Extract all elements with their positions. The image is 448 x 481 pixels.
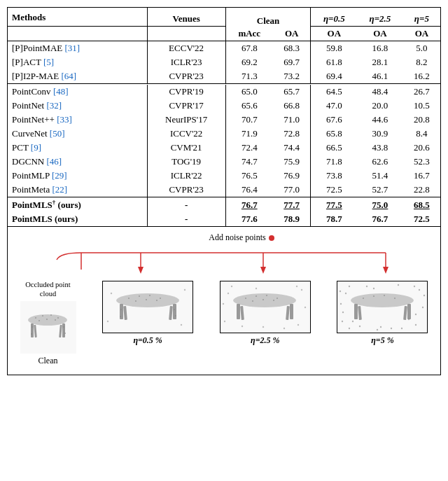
svg-point-24 xyxy=(128,298,130,299)
oa-cell: 72.8 xyxy=(273,127,311,141)
oa-cell: 68.3 xyxy=(273,41,311,56)
svg-point-30 xyxy=(156,300,158,301)
macc-cell: 77.6 xyxy=(225,212,273,226)
eta25-cell: 62.6 xyxy=(357,155,403,169)
venue-cell: ECCV'22 xyxy=(147,41,225,56)
svg-point-15 xyxy=(31,326,33,328)
svg-marker-2 xyxy=(383,267,388,274)
eta25-cell: 44.6 xyxy=(357,113,403,127)
venue-cell: TOG'19 xyxy=(147,155,225,169)
svg-point-54 xyxy=(301,289,302,291)
svg-point-32 xyxy=(174,309,175,310)
svg-point-93 xyxy=(415,314,416,315)
eta05-header: η=0.5 xyxy=(311,8,357,27)
svg-point-48 xyxy=(252,300,253,302)
svg-point-50 xyxy=(273,300,274,301)
svg-point-57 xyxy=(223,303,224,305)
table-subheader-row: mAcc OA OA OA OA xyxy=(8,27,440,41)
svg-rect-66 xyxy=(358,306,362,320)
macc-cell: 65.6 xyxy=(225,99,273,113)
eta05-svg xyxy=(104,283,192,332)
eta05-cell: 65.8 xyxy=(311,127,357,141)
oa25-subheader: OA xyxy=(357,27,403,41)
methods-header: Methods xyxy=(8,8,147,27)
svg-rect-43 xyxy=(286,306,290,320)
svg-point-68 xyxy=(363,298,364,299)
table-body: [P]PointMAE [31] ECCV'22 67.8 68.3 59.8 … xyxy=(8,41,440,227)
venues-subheader xyxy=(147,27,225,41)
eta5-image-container: η=5 % xyxy=(335,281,430,346)
eta25-cell: 16.8 xyxy=(357,41,403,56)
svg-point-16 xyxy=(63,326,64,328)
venue-cell: ICCV'22 xyxy=(147,127,225,141)
eta05-cell: 73.8 xyxy=(311,169,357,183)
eta25-image-box xyxy=(220,281,311,333)
svg-point-75 xyxy=(419,289,420,291)
svg-point-44 xyxy=(245,298,246,299)
svg-rect-42 xyxy=(240,306,244,320)
eta5-header: η=5 xyxy=(403,8,440,27)
venue-cell: ICLR'23 xyxy=(147,55,225,69)
svg-point-85 xyxy=(408,319,410,320)
svg-point-3 xyxy=(28,314,67,326)
table-row: PointConv [48] CVPR'19 65.0 65.7 64.5 48… xyxy=(8,85,440,99)
svg-marker-1 xyxy=(260,267,266,274)
svg-point-53 xyxy=(224,321,225,322)
svg-point-55 xyxy=(231,286,232,287)
method-cell: [P]PointMAE [31] xyxy=(8,41,147,56)
results-table-container: Methods Venues Clean η=0.5 η=2.5 η=5 xyxy=(7,7,441,227)
svg-point-83 xyxy=(373,288,374,289)
eta05-cell: 78.7 xyxy=(311,212,357,226)
table-row: PCT [9] CVM'21 72.4 74.4 66.5 43.8 20.6 xyxy=(8,141,440,155)
method-cell: DGCNN [46] xyxy=(8,155,147,169)
svg-rect-5 xyxy=(62,323,65,337)
method-cell: PCT [9] xyxy=(8,141,147,155)
svg-point-89 xyxy=(340,291,341,292)
svg-point-52 xyxy=(298,324,299,326)
svg-point-58 xyxy=(304,307,306,308)
svg-rect-23 xyxy=(169,306,173,320)
illustration-section: Add noise points xyxy=(7,227,441,375)
table-row: [P]I2P-MAE [64] CVPR'23 71.3 73.2 69.4 4… xyxy=(8,69,440,84)
svg-point-31 xyxy=(120,309,122,310)
eta05-cell: 64.5 xyxy=(311,85,357,99)
svg-point-10 xyxy=(50,314,52,316)
main-container: Methods Venues Clean η=0.5 η=2.5 η=5 xyxy=(7,7,441,375)
method-cell: PointMLS† (ours) xyxy=(8,197,147,212)
svg-rect-64 xyxy=(354,304,358,319)
svg-point-39 xyxy=(233,293,296,307)
eta05-cell: 61.8 xyxy=(311,55,357,69)
method-cell: PointMeta [22] xyxy=(8,183,147,197)
svg-point-72 xyxy=(345,293,346,294)
svg-point-80 xyxy=(380,326,382,328)
table-row-ours: PointMLS (ours) - 77.6 78.9 78.7 76.7 72… xyxy=(8,212,440,226)
eta5-cell: 10.5 xyxy=(403,99,440,113)
eta25-svg xyxy=(221,283,309,332)
macc-cell: 67.8 xyxy=(225,41,273,56)
svg-point-51 xyxy=(227,293,229,294)
oa-cell: 78.9 xyxy=(273,212,311,226)
table-row: [P]PointMAE [31] ECCV'22 67.8 68.3 59.8 … xyxy=(8,41,440,56)
method-cell: PointConv [48] xyxy=(8,85,147,99)
svg-point-73 xyxy=(415,324,416,326)
svg-rect-41 xyxy=(290,304,293,319)
svg-point-60 xyxy=(241,326,243,327)
venue-cell: NeurIPS'17 xyxy=(147,113,225,127)
svg-point-69 xyxy=(373,295,374,297)
venue-cell: - xyxy=(147,197,225,212)
svg-rect-6 xyxy=(34,325,37,337)
eta05-image-box xyxy=(102,281,193,333)
svg-rect-40 xyxy=(237,304,240,319)
svg-point-25 xyxy=(139,295,140,297)
eta5-cell: 20.6 xyxy=(403,141,440,155)
venue-cell: CVPR'23 xyxy=(147,183,225,197)
oa-cell: 73.2 xyxy=(273,69,311,84)
eta25-cell: 76.7 xyxy=(357,212,403,226)
methods-subheader xyxy=(8,27,147,41)
eta05-cell: 47.0 xyxy=(311,99,357,113)
svg-point-9 xyxy=(42,315,43,316)
eta25-label: η=2.5 % xyxy=(251,335,279,346)
svg-marker-0 xyxy=(138,267,144,274)
images-row: Occluded point cloud xyxy=(15,281,433,365)
oa-cell: 77.7 xyxy=(273,197,311,212)
